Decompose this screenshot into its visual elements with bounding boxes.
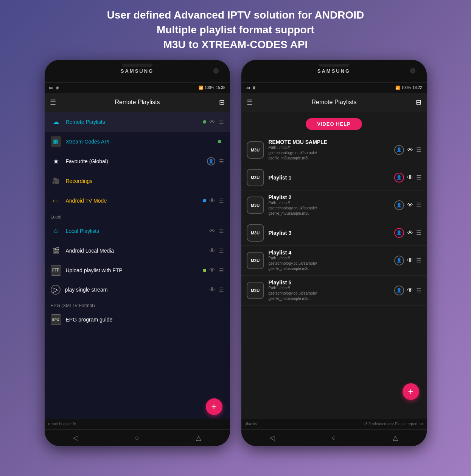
menu-btn-3[interactable]: ☰ — [416, 201, 421, 209]
menu-label-single-stream: play single stream — [65, 287, 209, 293]
header-line1: User defined Advanced IPTV solution for … — [107, 9, 364, 21]
m3u-badge-6: M3U — [247, 282, 264, 299]
status-right-left: oo 🗑 — [246, 86, 256, 90]
bottom-bar-right: ◁ ○ △ — [241, 429, 427, 446]
menu-icon-remote[interactable]: ☰ — [219, 119, 224, 125]
hamburger-icon-right[interactable]: ☰ — [247, 98, 253, 106]
person-btn-6[interactable]: 👤 — [394, 286, 404, 295]
playlist-info-4: Playlist 3 — [269, 230, 390, 236]
recent-btn-left[interactable]: △ — [188, 431, 209, 445]
person-btn-2[interactable]: 👤 — [394, 173, 404, 183]
menu-btn-5[interactable]: ☰ — [416, 257, 421, 264]
eye-btn-3[interactable]: 👁 — [407, 202, 413, 209]
battery-right: 100% — [401, 86, 411, 90]
eye-icon-local[interactable]: 👁 — [209, 228, 215, 234]
back-btn-left[interactable]: ◁ — [65, 431, 86, 445]
menu-label-local-media: Android Local Media — [66, 248, 209, 254]
eye-icon-tv[interactable]: 👁 — [209, 197, 215, 204]
playlist-actions-3: 👤 👁 ☰ — [394, 200, 421, 210]
menu-icon-tv[interactable]: ☰ — [219, 198, 224, 204]
brand-left: SAMSUNG — [121, 68, 154, 74]
home-btn-left[interactable]: ○ — [127, 431, 147, 445]
hamburger-icon-left[interactable]: ☰ — [50, 98, 56, 106]
dot-ftp — [203, 269, 206, 272]
actions-ftp: 👁 ☰ — [209, 267, 224, 274]
menu-icon-ftp[interactable]: ☰ — [219, 267, 224, 273]
playlist-path-5: Path : /http://gsetechnology.co.uk/sampl… — [269, 256, 390, 272]
play-icon: ▷ — [51, 285, 61, 295]
video-help-button[interactable]: VIDEO HELP — [306, 118, 362, 130]
playlist-item-3: M3U Playlist 2 Path : /http://gsetechnol… — [241, 190, 427, 220]
status-bar-left: oo 🗑 📶 100% 15:38 — [45, 83, 230, 93]
header-line3: M3U to XTREAM-CODES API — [163, 39, 308, 50]
left-screen-content: ☁ Remote Playlists 👁 ☰ ▦ Xtream-Codes AP… — [45, 112, 230, 419]
brand-right: SAMSUNG — [317, 68, 350, 74]
menu-item-ftp[interactable]: FTP Upload playlist with FTP 👁 ☰ — [45, 261, 230, 280]
eye-icon-remote[interactable]: 👁 — [209, 119, 215, 125]
eye-btn-2[interactable]: 👁 — [407, 174, 413, 181]
menu-icon-media[interactable]: ☰ — [219, 248, 224, 254]
menu-icon-local[interactable]: ☰ — [219, 228, 224, 234]
playlist-actions-2: 👤 👁 ☰ — [394, 173, 421, 183]
menu-label-favourite: Favourite (Global) — [66, 158, 207, 164]
home-btn-right[interactable]: ○ — [324, 431, 344, 445]
eye-btn-6[interactable]: 👁 — [407, 287, 413, 294]
actions-tv: 👁 ☰ — [209, 197, 224, 204]
person-icon-favourite[interactable]: 👤 — [207, 157, 215, 165]
eye-icon-media[interactable]: 👁 — [209, 247, 215, 254]
eye-icon-stream[interactable]: 👁 — [209, 286, 215, 293]
person-btn-1[interactable]: 👤 — [394, 145, 404, 155]
fab-right[interactable]: + — [403, 383, 419, 400]
playlist-name-3: Playlist 2 — [269, 194, 390, 200]
playlist-info-6: Playlist 5 Path : /http://gsetechnology.… — [269, 279, 390, 301]
app-header-right: ☰ Remote Playlists ⊟ — [241, 93, 427, 112]
eye-btn-1[interactable]: 👁 — [407, 147, 413, 153]
actions-remote: 👁 ☰ — [209, 119, 224, 125]
person-btn-5[interactable]: 👤 — [394, 256, 404, 265]
playlist-name-6: Playlist 5 — [269, 279, 390, 286]
back-btn-right[interactable]: ◁ — [262, 431, 283, 445]
menu-item-local-media[interactable]: 🎬 Android Local Media 👁 ☰ — [45, 241, 230, 261]
cast-icon-right[interactable]: ⊟ — [416, 98, 421, 106]
speaker-right — [319, 64, 349, 67]
eye-btn-5[interactable]: 👁 — [407, 257, 413, 264]
menu-item-xtream[interactable]: ▦ Xtream-Codes API — [45, 132, 230, 151]
playlist-path-3: Path : /http://gsetechnology.co.uk/sampl… — [269, 200, 390, 216]
menu-btn-1[interactable]: ☰ — [416, 146, 421, 153]
m3u-badge-3: M3U — [247, 197, 264, 214]
fab-right-icon: + — [408, 386, 413, 397]
person-btn-4[interactable]: 👤 — [394, 228, 404, 238]
playlist-info-1: REMOTE M3U SAMPLE Path : /http://gsetech… — [269, 139, 390, 161]
person-btn-3[interactable]: 👤 — [394, 200, 404, 210]
menu-item-local-playlists[interactable]: ⌂ Local Playlists 👁 ☰ — [45, 221, 230, 241]
playlist-info-2: Playlist 1 — [269, 175, 390, 181]
fab-left[interactable]: + — [206, 398, 222, 415]
menu-btn-6[interactable]: ☰ — [416, 287, 421, 294]
speaker-left — [122, 64, 152, 67]
menu-item-epg[interactable]: EPG EPG program guide — [45, 310, 230, 329]
menu-item-single-stream[interactable]: ▷ play single stream 👁 ☰ — [45, 280, 230, 299]
menu-item-remote-playlists[interactable]: ☁ Remote Playlists 👁 ☰ — [45, 112, 230, 132]
menu-item-recordings[interactable]: 🎥 Recordings — [45, 171, 230, 191]
camera-right — [410, 68, 415, 73]
actions-stream: 👁 ☰ — [209, 286, 224, 293]
menu-icon-favourite[interactable]: ☰ — [219, 158, 224, 164]
menu-item-favourite[interactable]: ★ Favourite (Global) 👤 ☰ — [45, 151, 230, 171]
menu-item-android-tv[interactable]: ▭ Android TV Mode 👁 ☰ — [45, 191, 230, 211]
playlist-actions-4: 👤 👁 ☰ — [394, 228, 421, 238]
status-right-right: 📶 100% 18:22 — [395, 86, 422, 90]
footer-right: ,thanks v3.0 released >>> Please report … — [241, 419, 427, 429]
menu-btn-4[interactable]: ☰ — [416, 229, 421, 236]
eye-btn-4[interactable]: 👁 — [407, 229, 413, 236]
playlist-path-6: Path : /http://gsetechnology.co.uk/sampl… — [269, 286, 390, 301]
menu-label-remote-playlists: Remote Playlists — [66, 119, 203, 125]
status-bar-right: oo 🗑 📶 100% 18:22 — [241, 83, 427, 93]
voicemail-icon: oo — [49, 86, 53, 90]
menu-icon-stream[interactable]: ☰ — [219, 287, 224, 293]
cast-icon-left[interactable]: ⊟ — [219, 98, 225, 106]
eye-icon-ftp[interactable]: 👁 — [209, 267, 215, 274]
time-right: 18:22 — [412, 86, 422, 90]
time-left: 15:38 — [216, 86, 225, 90]
menu-btn-2[interactable]: ☰ — [416, 174, 421, 181]
recent-btn-right[interactable]: △ — [385, 431, 406, 445]
